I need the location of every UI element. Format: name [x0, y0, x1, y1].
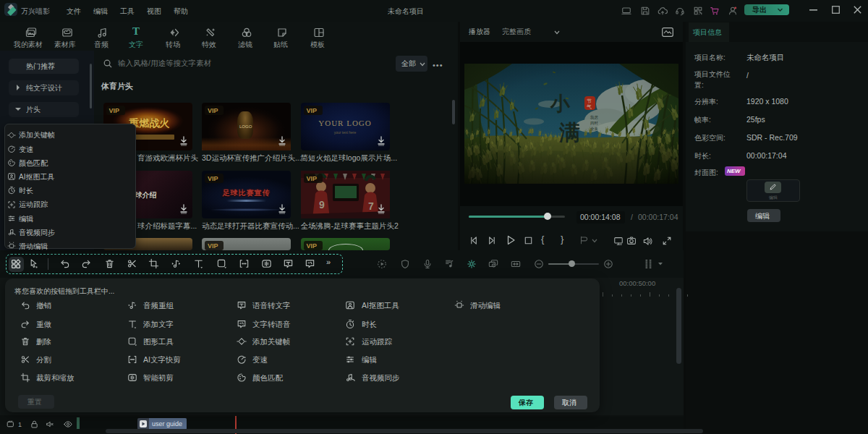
svg-text:我居: 我居	[590, 115, 598, 120]
svg-text:全美: 全美	[590, 127, 598, 131]
svg-text:7: 7	[368, 200, 374, 212]
svg-text:气: 气	[587, 104, 592, 109]
svg-text:节: 节	[587, 98, 592, 103]
svg-text:小: 小	[550, 93, 571, 115]
svg-text:9: 9	[319, 199, 325, 210]
svg-text:满: 满	[558, 121, 580, 144]
svg-text:四时: 四时	[590, 121, 598, 126]
